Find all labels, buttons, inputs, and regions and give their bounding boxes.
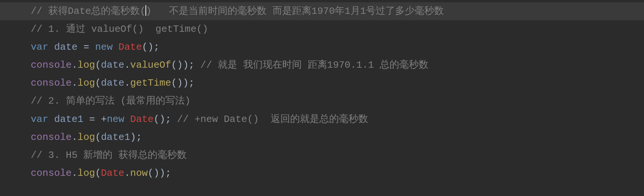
keyword: new <box>95 42 113 53</box>
code-line[interactable]: var date = new Date(); <box>0 38 644 56</box>
punct: ; <box>154 42 160 53</box>
class-name: Date <box>130 114 153 125</box>
punct: ; <box>136 132 142 143</box>
punct: ( <box>95 59 101 71</box>
comment-text: ) 不是当前时间的毫秒数 而是距离1970年1月1号过了多少毫秒数 <box>146 6 444 17</box>
punct: . <box>124 59 130 71</box>
code-line[interactable]: // 3. H5 新增的 获得总的毫秒数 <box>0 146 644 164</box>
operator: + <box>101 114 107 125</box>
identifier: date1 <box>101 132 130 143</box>
punct: ; <box>165 168 171 179</box>
class-name: Date <box>118 42 142 53</box>
punct: ; <box>165 114 171 125</box>
punct: ( <box>95 132 101 143</box>
identifier: console <box>31 132 72 143</box>
code-line[interactable]: var date1 = +new Date(); // +new Date() … <box>0 110 644 128</box>
method-name: log <box>78 132 95 143</box>
method-name: valueOf <box>130 59 171 71</box>
whitespace <box>171 114 177 125</box>
class-name: Date <box>101 168 124 179</box>
code-editor[interactable]: // 获得Date总的毫秒数() 不是当前时间的毫秒数 而是距离1970年1月1… <box>0 0 644 185</box>
punct: () <box>171 77 183 89</box>
punct: ) <box>159 168 165 179</box>
punct: . <box>124 168 130 179</box>
punct: ( <box>95 168 101 179</box>
punct: . <box>72 59 78 71</box>
punct: () <box>148 168 159 179</box>
method-name: log <box>78 59 95 71</box>
punct: . <box>72 168 78 179</box>
keyword: new <box>107 114 124 125</box>
punct: ) <box>183 59 189 71</box>
whitespace <box>89 42 95 53</box>
code-line[interactable]: // 2. 简单的写法 (最常用的写法) <box>0 92 644 110</box>
whitespace <box>78 42 84 53</box>
identifier: console <box>31 77 72 89</box>
punct: ) <box>130 132 136 143</box>
whitespace <box>112 42 118 53</box>
code-line[interactable]: console.log(date1); <box>0 128 644 146</box>
punct: () <box>171 59 183 71</box>
whitespace <box>95 114 101 125</box>
identifier: console <box>31 59 72 71</box>
method-name: log <box>78 77 95 89</box>
punct: . <box>72 77 78 89</box>
punct: ; <box>189 77 195 89</box>
method-name: log <box>78 168 95 179</box>
comment-text: // 获得Date总的毫秒数( <box>31 6 146 17</box>
code-line[interactable]: // 获得Date总的毫秒数() 不是当前时间的毫秒数 而是距离1970年1月1… <box>0 2 644 20</box>
keyword: var <box>31 42 48 53</box>
method-name: getTime <box>130 77 171 89</box>
identifier: console <box>31 168 72 179</box>
comment-text: // +new Date() 返回的就是总的毫秒数 <box>177 114 368 125</box>
comment-text: // 3. H5 新增的 获得总的毫秒数 <box>31 150 187 161</box>
punct: . <box>72 132 78 143</box>
method-name: now <box>130 168 148 179</box>
punct: ) <box>183 77 189 89</box>
identifier: date <box>101 59 124 71</box>
punct: ( <box>95 77 101 89</box>
punct: ; <box>189 59 195 71</box>
whitespace <box>48 42 54 53</box>
whitespace <box>195 59 201 71</box>
code-line[interactable]: console.log(date.valueOf()); // 就是 我们现在时… <box>0 56 644 74</box>
code-line[interactable]: console.log(date.getTime()); <box>0 74 644 92</box>
punct: () <box>142 42 154 53</box>
comment-text: // 就是 我们现在时间 距离1970.1.1 总的毫秒数 <box>201 59 428 71</box>
comment-text: // 1. 通过 valueOf() getTime() <box>31 24 208 35</box>
punct: () <box>154 114 165 125</box>
whitespace <box>124 114 130 125</box>
whitespace <box>83 114 89 125</box>
code-line[interactable]: // 1. 通过 valueOf() getTime() <box>0 20 644 38</box>
operator: = <box>89 114 95 125</box>
identifier: date <box>54 42 77 53</box>
code-line[interactable]: console.log(Date.now()); <box>0 164 644 182</box>
comment-text: // 2. 简单的写法 (最常用的写法) <box>31 95 190 107</box>
whitespace <box>48 114 54 125</box>
punct: . <box>124 77 130 89</box>
operator: = <box>83 42 89 53</box>
identifier: date1 <box>54 114 83 125</box>
text-cursor <box>145 5 146 16</box>
keyword: var <box>31 114 48 125</box>
identifier: date <box>101 77 124 89</box>
